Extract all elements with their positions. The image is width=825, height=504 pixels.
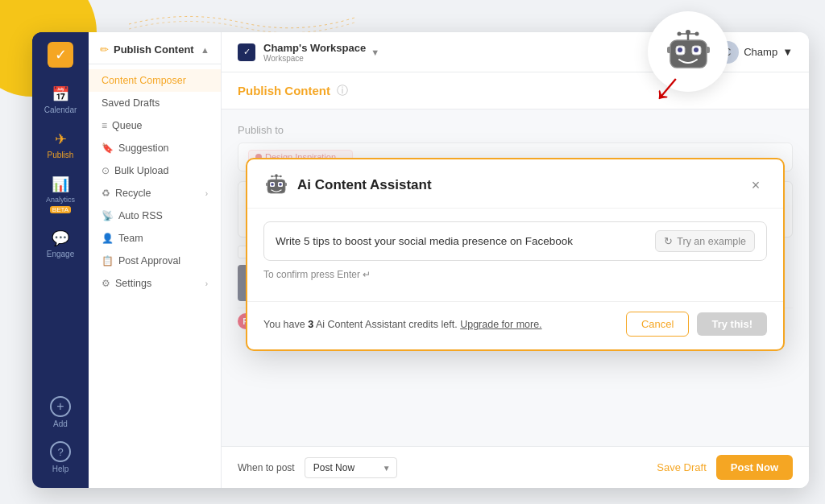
queue-icon: ≡	[102, 120, 107, 131]
workspace-icon: ✓	[238, 43, 255, 61]
modal-body: ↻ Try an example To confirm press Enter …	[247, 209, 783, 301]
edit-icon: ✏	[100, 43, 109, 56]
svg-rect-79	[285, 183, 288, 186]
sidebar-item-publish[interactable]: ✈ Publish	[32, 122, 89, 167]
help-circle-icon: ?	[50, 441, 71, 462]
engage-icon: 💬	[52, 229, 69, 247]
sidebar-logo: ✓	[32, 32, 89, 77]
info-icon[interactable]: ⓘ	[337, 84, 348, 98]
svg-point-71	[271, 176, 272, 177]
team-icon: 👤	[102, 233, 114, 244]
save-draft-button[interactable]: Save Draft	[657, 461, 706, 473]
modal-robot-icon	[263, 172, 289, 198]
chevron-right-icon: ›	[205, 189, 208, 198]
suggestion-icon: 🔖	[102, 143, 114, 154]
modal-input-row: ↻ Try an example	[263, 221, 767, 261]
when-to-post-label: When to post	[238, 462, 295, 473]
page-title: Publish Content	[238, 84, 330, 97]
modal-close-button[interactable]: ×	[744, 174, 767, 196]
sub-nav-item-recycle[interactable]: ♻ Recycle ›	[89, 182, 221, 204]
publish-area: Publish to Design Inspiration ... What's…	[222, 109, 809, 446]
svg-point-58	[677, 31, 681, 35]
sub-sidebar: ✏ Publish Content ▲ Content Composer Sav…	[89, 32, 222, 488]
ai-prompt-input[interactable]	[276, 235, 647, 247]
try-this-button[interactable]: Try this!	[697, 312, 767, 336]
sidebar: ✓ 📅 Calendar ✈ Publish 📊 Analytics BETA …	[32, 32, 89, 488]
analytics-icon: 📊	[52, 176, 69, 193]
sidebar-item-add[interactable]: + Add	[50, 390, 71, 435]
logo-icon: ✓	[48, 42, 73, 68]
svg-point-76	[271, 183, 274, 186]
upgrade-link[interactable]: Upgrade for more.	[460, 319, 541, 330]
svg-point-73	[280, 176, 281, 177]
main-content: ✓ Champ's Workspace Workspace ▼ C Champ …	[222, 32, 809, 488]
sub-nav-item-content-composer[interactable]: Content Composer	[89, 69, 221, 92]
sub-sidebar-header[interactable]: ✏ Publish Content ▲	[89, 32, 221, 64]
publish-icon: ✈	[55, 130, 67, 148]
workspace-chevron-icon: ▼	[371, 48, 379, 57]
sub-nav-item-post-approval[interactable]: 📋 Post Approval	[89, 250, 221, 272]
post-time-select[interactable]: Post Now Schedule Add to Queue	[305, 457, 397, 478]
svg-rect-66	[706, 47, 710, 53]
modal-header: Ai Content Assistant ×	[247, 159, 783, 209]
svg-point-64	[694, 48, 699, 52]
sidebar-item-calendar[interactable]: 📅 Calendar	[32, 77, 89, 122]
modal-title: Ai Content Assistant	[297, 177, 736, 193]
svg-point-77	[279, 183, 282, 186]
post-time-select-wrapper: Post Now Schedule Add to Queue ▼	[305, 457, 397, 478]
cancel-button[interactable]: Cancel	[626, 312, 689, 337]
svg-rect-65	[667, 47, 671, 53]
modal-footer: You have 3 Ai Content Assistant credits …	[247, 301, 783, 349]
recycle-icon: ♻	[102, 188, 110, 199]
sub-nav-item-queue[interactable]: ≡ Queue	[89, 114, 221, 137]
bulk-upload-icon: ⊙	[102, 165, 110, 176]
chevron-right-settings-icon: ›	[205, 279, 208, 288]
chevron-up-icon: ▲	[201, 45, 209, 55]
sub-nav-item-saved-drafts[interactable]: Saved Drafts	[89, 92, 221, 114]
settings-icon: ⚙	[102, 278, 110, 289]
sub-sidebar-nav: Content Composer Saved Drafts ≡ Queue 🔖 …	[89, 64, 221, 300]
calendar-icon: 📅	[52, 85, 69, 103]
app-container: ✓ 📅 Calendar ✈ Publish 📊 Analytics BETA …	[32, 32, 809, 488]
user-chevron-icon: ▼	[782, 46, 793, 58]
sub-nav-item-suggestion[interactable]: 🔖 Suggestion	[89, 137, 221, 159]
sub-nav-item-settings[interactable]: ⚙ Settings ›	[89, 272, 221, 295]
try-example-button[interactable]: ↻ Try an example	[655, 230, 755, 252]
refresh-icon: ↻	[664, 235, 673, 247]
confirm-hint: To confirm press Enter ↵	[263, 269, 767, 280]
ai-content-assistant-modal: Ai Content Assistant × ↻ Try an example …	[246, 158, 785, 351]
sub-nav-item-auto-rss[interactable]: 📡 Auto RSS	[89, 204, 221, 227]
bg-dots-top	[129, 8, 354, 32]
sub-nav-item-team[interactable]: 👤 Team	[89, 227, 221, 250]
sidebar-item-help[interactable]: ? Help	[50, 435, 71, 480]
sidebar-item-analytics[interactable]: 📊 Analytics BETA	[32, 167, 89, 221]
svg-point-63	[678, 48, 682, 52]
sidebar-nav: 📅 Calendar ✈ Publish 📊 Analytics BETA 💬 …	[32, 77, 89, 390]
svg-point-60	[694, 31, 699, 35]
page-header: Publish Content ⓘ	[222, 72, 809, 109]
post-now-button[interactable]: Post Now	[716, 455, 793, 480]
sidebar-bottom: + Add ? Help	[50, 390, 71, 488]
sidebar-item-engage[interactable]: 💬 Engage	[32, 221, 89, 266]
bottom-bar: When to post Post Now Schedule Add to Qu…	[222, 446, 809, 488]
rss-icon: 📡	[102, 210, 114, 221]
sub-nav-item-bulk-upload[interactable]: ⊙ Bulk Upload	[89, 159, 221, 182]
add-circle-icon: +	[50, 396, 71, 417]
workspace-selector[interactable]: Champ's Workspace Workspace ▼	[263, 42, 379, 63]
svg-rect-78	[266, 183, 268, 186]
post-approval-icon: 📋	[102, 255, 114, 266]
credits-text: You have 3 Ai Content Assistant credits …	[263, 319, 618, 330]
